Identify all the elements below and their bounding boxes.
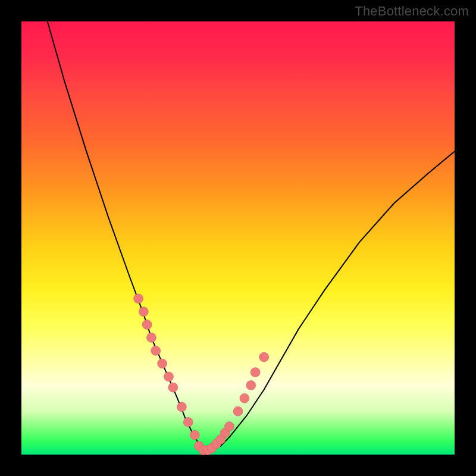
data-dot xyxy=(259,352,269,362)
data-dot xyxy=(142,320,152,330)
data-dots-group xyxy=(134,294,269,455)
data-dot xyxy=(146,333,156,342)
data-dot xyxy=(190,430,199,440)
data-dot xyxy=(151,346,161,355)
data-dot xyxy=(134,294,143,303)
chart-overlay xyxy=(21,21,455,455)
chart-frame: TheBottleneck.com xyxy=(0,0,476,476)
data-dot xyxy=(183,417,193,427)
data-dot xyxy=(233,406,243,416)
data-dot xyxy=(224,422,234,431)
data-dot xyxy=(240,393,249,403)
data-dot xyxy=(139,307,148,317)
data-dot xyxy=(177,402,186,412)
data-dot xyxy=(158,359,167,368)
data-dot xyxy=(250,368,260,377)
watermark-text: TheBottleneck.com xyxy=(355,4,469,19)
data-dot xyxy=(164,372,174,381)
data-dot xyxy=(246,381,256,390)
data-dot xyxy=(168,383,178,392)
